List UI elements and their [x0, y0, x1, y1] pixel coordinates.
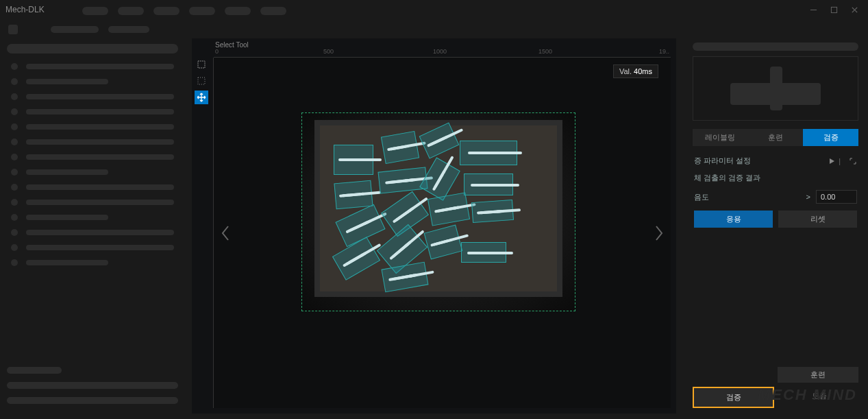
minimize-button[interactable]: [809, 5, 817, 14]
export-button[interactable]: 도출: [780, 387, 858, 408]
play-icon[interactable]: [828, 157, 836, 165]
list-item[interactable]: [7, 108, 178, 115]
list-item[interactable]: [7, 93, 178, 100]
tab-train[interactable]: 훈련: [748, 129, 804, 146]
tab-labeling[interactable]: 레이블링: [693, 129, 748, 146]
maximize-button[interactable]: [830, 5, 838, 14]
confidence-input[interactable]: [816, 190, 857, 204]
svg-rect-1: [831, 7, 836, 12]
svg-rect-4: [198, 61, 205, 68]
sidebar-header: [7, 44, 178, 53]
breadcrumb-item: [108, 26, 149, 33]
canvas-panel: Select Tool 0 500 1000 1500 19.. Val. 40…: [192, 38, 676, 414]
validation-time-badge: Val. 40ms: [613, 64, 658, 78]
menu-item[interactable]: [189, 7, 215, 15]
select-tool-icon[interactable]: [195, 58, 208, 71]
prev-image-button[interactable]: [216, 219, 234, 247]
close-button[interactable]: [850, 5, 858, 14]
apply-button[interactable]: 응용: [694, 211, 773, 228]
train-small-button[interactable]: 훈련: [778, 367, 858, 383]
detection-box[interactable]: [334, 180, 373, 210]
detection-box[interactable]: [471, 200, 514, 223]
list-item[interactable]: [7, 229, 178, 236]
sidebar-action[interactable]: [7, 367, 62, 374]
reset-button[interactable]: 리셋: [778, 211, 857, 228]
image-viewport[interactable]: Val. 40ms: [214, 58, 671, 408]
image-list-panel: [7, 44, 178, 412]
results-section-title: 체 검출의 검증 결과: [687, 169, 864, 187]
menu-item[interactable]: [225, 7, 251, 15]
list-item[interactable]: [7, 184, 178, 191]
validate-button[interactable]: 검증: [693, 387, 774, 408]
list-item[interactable]: [7, 123, 178, 130]
right-panel-header: [693, 43, 858, 51]
menu-item[interactable]: [118, 7, 144, 15]
detection-box[interactable]: [334, 145, 373, 175]
ruler-vertical: [207, 58, 214, 408]
sidebar-action[interactable]: [7, 382, 178, 389]
list-item[interactable]: [7, 214, 178, 221]
tab-validate[interactable]: 검증: [803, 129, 858, 146]
menu-item[interactable]: [153, 7, 179, 15]
detection-box[interactable]: [464, 173, 513, 195]
next-image-button[interactable]: [650, 219, 668, 247]
list-item[interactable]: [7, 139, 178, 145]
svg-rect-5: [198, 77, 205, 84]
detection-box[interactable]: [461, 242, 506, 263]
marquee-tool-icon[interactable]: [195, 74, 208, 88]
tool-label: Select Tool: [215, 41, 249, 49]
right-panel: 레이블링 훈련 검증 증 파라미터 설정 | 체 검출의 검증 결과 음도 > …: [687, 38, 864, 414]
roi-boundary: [301, 112, 575, 311]
home-icon[interactable]: [8, 25, 18, 34]
menu-item[interactable]: [82, 7, 108, 15]
sidebar-action[interactable]: [7, 397, 178, 404]
list-item[interactable]: [7, 199, 178, 206]
params-section-title: 증 파라미터 설정: [694, 156, 751, 166]
model-preview: [693, 56, 858, 121]
list-item[interactable]: [7, 169, 178, 176]
list-item[interactable]: [7, 154, 178, 160]
move-tool-icon[interactable]: [195, 91, 208, 104]
detection-box[interactable]: [460, 141, 517, 165]
breadcrumb-item: [51, 26, 99, 33]
detection-box[interactable]: [381, 131, 419, 164]
list-item[interactable]: [7, 63, 178, 70]
expand-icon[interactable]: [849, 157, 857, 165]
ruler-horizontal: 0 500 1000 1500 19..: [214, 51, 671, 58]
list-item[interactable]: [7, 78, 178, 85]
menu-item[interactable]: [260, 7, 286, 15]
list-item[interactable]: [7, 259, 178, 266]
gt-symbol: >: [806, 193, 810, 201]
menu-bar: [0, 4, 286, 18]
list-item[interactable]: [7, 244, 178, 251]
confidence-label: 음도: [694, 192, 709, 202]
